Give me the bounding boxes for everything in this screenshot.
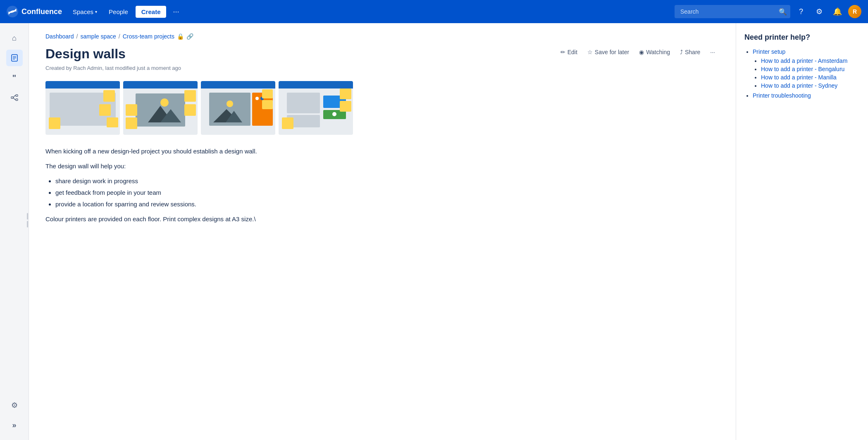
settings-nav-icon[interactable]: ⚙ bbox=[812, 4, 827, 19]
tree-icon bbox=[10, 93, 19, 102]
quotes-sidebar-icon[interactable]: " bbox=[6, 69, 23, 86]
svg-rect-41 bbox=[279, 81, 353, 88]
body-paragraph-1: When kicking off a new design-led projec… bbox=[45, 146, 351, 156]
list-item: get feedback from people in your team bbox=[55, 188, 351, 198]
search-input[interactable] bbox=[675, 5, 790, 18]
panel-title: Need printer help? bbox=[744, 33, 860, 42]
svg-rect-38 bbox=[262, 89, 273, 98]
page-header: Design walls ✏ Edit ☆ Save for later ◉ W… bbox=[45, 46, 719, 62]
design-image-1 bbox=[45, 81, 120, 135]
svg-rect-26 bbox=[184, 104, 196, 116]
watching-button[interactable]: ◉ Watching bbox=[635, 46, 674, 58]
save-for-later-button[interactable]: ☆ Save for later bbox=[583, 46, 633, 58]
collapse-sidebar-icon[interactable]: » bbox=[6, 417, 23, 433]
notifications-icon[interactable]: 🔔 bbox=[830, 4, 845, 19]
breadcrumb: Dashboard / sample space / Cross-team pr… bbox=[45, 33, 719, 40]
right-panel: Need printer help? Printer setup How to … bbox=[736, 23, 868, 440]
confluence-logo-icon bbox=[7, 6, 18, 17]
lock-icon[interactable]: 🔒 bbox=[177, 33, 184, 40]
printer-amsterdam-link[interactable]: How to add a printer - Amsterdam bbox=[761, 57, 847, 64]
svg-point-22 bbox=[160, 98, 169, 107]
search-wrapper: 🔍 bbox=[675, 5, 790, 18]
edit-icon: ✏ bbox=[560, 49, 565, 55]
share-icon: ⤴ bbox=[680, 49, 683, 55]
svg-rect-5 bbox=[11, 97, 13, 98]
printer-manilla-link[interactable]: How to add a printer - Manilla bbox=[761, 74, 837, 81]
panel-list: Printer setup How to add a printer - Ams… bbox=[744, 48, 860, 99]
svg-rect-18 bbox=[49, 117, 60, 129]
design-image-3 bbox=[201, 81, 275, 135]
design-image-4 bbox=[279, 81, 353, 135]
list-item: provide a location for sparring and revi… bbox=[55, 199, 351, 209]
svg-rect-27 bbox=[126, 104, 137, 116]
sidebar-resize-handle[interactable] bbox=[26, 212, 29, 228]
panel-sublist-item: How to add a printer - Manilla bbox=[761, 74, 860, 81]
link-icon[interactable]: 🔗 bbox=[186, 33, 193, 40]
svg-rect-6 bbox=[16, 95, 18, 96]
svg-line-9 bbox=[13, 98, 15, 100]
left-sidebar: ⌂ " ⚙ » bbox=[0, 23, 29, 440]
settings-sidebar-icon[interactable]: ⚙ bbox=[6, 397, 23, 414]
svg-rect-17 bbox=[107, 117, 118, 127]
star-icon: ☆ bbox=[587, 49, 593, 55]
logo[interactable]: Confluence bbox=[7, 6, 62, 17]
svg-rect-48 bbox=[340, 101, 351, 112]
panel-sublist-item: How to add a printer - Sydney bbox=[761, 82, 860, 89]
pages-icon bbox=[10, 54, 19, 62]
design-image-2 bbox=[123, 81, 198, 135]
page-title: Design walls bbox=[45, 46, 126, 62]
help-icon[interactable]: ? bbox=[794, 4, 808, 19]
svg-rect-7 bbox=[16, 99, 18, 100]
pages-sidebar-icon[interactable] bbox=[6, 50, 23, 66]
chevron-down-icon: ▾ bbox=[95, 10, 97, 14]
tree-sidebar-icon[interactable] bbox=[6, 89, 23, 106]
page-body: When kicking off a new design-led projec… bbox=[45, 146, 351, 224]
printer-troubleshooting-link[interactable]: Printer troubleshooting bbox=[753, 92, 811, 99]
logo-text: Confluence bbox=[21, 7, 62, 16]
panel-sublist-item: How to add a printer - Bengaluru bbox=[761, 66, 860, 72]
breadcrumb-dashboard[interactable]: Dashboard bbox=[45, 33, 74, 40]
svg-rect-39 bbox=[262, 100, 273, 109]
svg-rect-25 bbox=[184, 90, 196, 102]
svg-rect-30 bbox=[201, 81, 275, 88]
edit-button[interactable]: ✏ Edit bbox=[556, 46, 582, 58]
home-sidebar-icon[interactable]: ⌂ bbox=[6, 30, 23, 46]
spaces-menu[interactable]: Spaces ▾ bbox=[69, 6, 101, 18]
svg-rect-20 bbox=[123, 81, 198, 88]
svg-rect-42 bbox=[287, 93, 320, 113]
main-content: Dashboard / sample space / Cross-team pr… bbox=[29, 23, 736, 440]
design-images bbox=[45, 81, 719, 135]
search-icon[interactable]: 🔍 bbox=[779, 8, 787, 16]
share-button[interactable]: ⤴ Share bbox=[676, 46, 704, 58]
printer-setup-link[interactable]: Printer setup bbox=[753, 48, 785, 55]
svg-rect-16 bbox=[99, 104, 111, 116]
svg-rect-49 bbox=[282, 117, 293, 129]
svg-rect-15 bbox=[103, 90, 115, 102]
page-meta: Created by Rach Admin, last modified jus… bbox=[45, 65, 719, 71]
svg-rect-13 bbox=[45, 81, 120, 88]
body-list: share design work in progress get feedba… bbox=[55, 176, 351, 209]
printer-sydney-link[interactable]: How to add a printer - Sydney bbox=[761, 82, 837, 89]
nav-more-button[interactable]: ··· bbox=[169, 5, 182, 19]
panel-list-item-troubleshooting: Printer troubleshooting bbox=[753, 92, 860, 99]
breadcrumb-cross-team[interactable]: Cross-team projects bbox=[123, 33, 174, 40]
app-layout: ⌂ " ⚙ » bbox=[0, 23, 868, 440]
svg-rect-47 bbox=[340, 88, 351, 99]
more-actions-button[interactable]: ··· bbox=[706, 46, 719, 58]
svg-line-8 bbox=[13, 96, 15, 98]
printer-bengaluru-link[interactable]: How to add a printer - Bengaluru bbox=[761, 66, 844, 72]
page-actions: ✏ Edit ☆ Save for later ◉ Watching ⤴ Sha… bbox=[556, 46, 719, 58]
create-button[interactable]: Create bbox=[136, 6, 167, 18]
breadcrumb-sample-space[interactable]: sample space bbox=[80, 33, 116, 40]
svg-point-46 bbox=[332, 112, 336, 116]
panel-sublist: How to add a printer - Amsterdam How to … bbox=[753, 57, 860, 89]
people-nav-btn[interactable]: People bbox=[105, 6, 132, 18]
top-nav: Confluence Spaces ▾ People Create ··· 🔍 … bbox=[0, 0, 868, 23]
body-paragraph-3: Colour printers are provided on each flo… bbox=[45, 214, 351, 224]
panel-list-item-printer-setup: Printer setup How to add a printer - Ams… bbox=[753, 48, 860, 89]
list-item: share design work in progress bbox=[55, 176, 351, 186]
panel-sublist-item: How to add a printer - Amsterdam bbox=[761, 57, 860, 64]
svg-rect-28 bbox=[126, 117, 137, 129]
user-avatar[interactable]: R bbox=[848, 5, 861, 18]
eye-icon: ◉ bbox=[639, 49, 644, 55]
